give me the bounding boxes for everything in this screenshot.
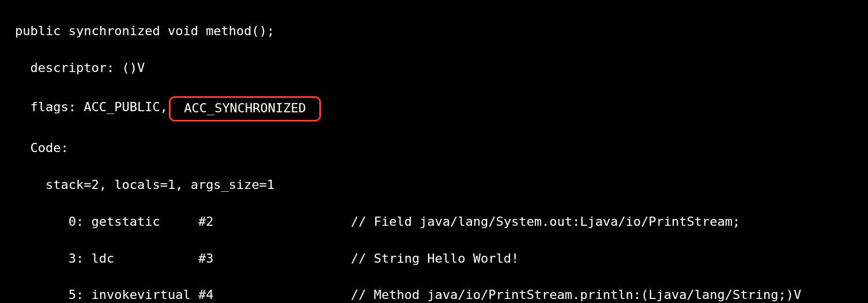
code-line: Code: <box>15 139 868 157</box>
code-line: stack=2, locals=1, args_size=1 <box>15 176 868 194</box>
code-line-flags: flags: ACC_PUBLIC, ACC_SYNCHRONIZED <box>15 95 868 120</box>
code-line: 5: invokevirtual #4 // Method java/io/Pr… <box>15 286 868 303</box>
code-line: descriptor: ()V <box>15 59 868 77</box>
flags-prefix: flags: ACC_PUBLIC, <box>15 100 168 114</box>
code-line: public synchronized void method(); <box>15 22 868 40</box>
code-line: 0: getstatic #2 // Field java/lang/Syste… <box>15 213 868 231</box>
code-line: 3: ldc #3 // String Hello World! <box>15 249 868 268</box>
acc-synchronized-highlight: ACC_SYNCHRONIZED <box>169 96 321 122</box>
bytecode-output: public synchronized void method(); descr… <box>0 0 868 303</box>
